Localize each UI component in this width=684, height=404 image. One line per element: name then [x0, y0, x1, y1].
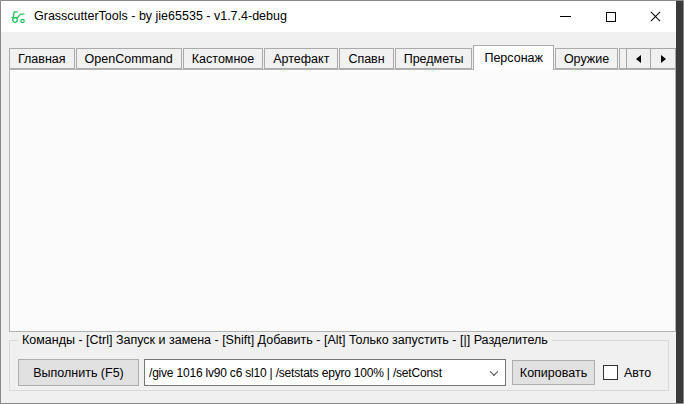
- group-commands-title: Команды - [Ctrl] Запуск и замена - [Shif…: [18, 332, 552, 348]
- run-command-button[interactable]: Выполнить (F5): [18, 359, 139, 386]
- tab-opencommand[interactable]: OpenCommand: [76, 48, 182, 69]
- tab-account[interactable]: Аккаунт: [619, 48, 626, 69]
- tab-main[interactable]: Главная: [9, 48, 75, 69]
- tab-weapon[interactable]: Оружие: [555, 48, 618, 69]
- tab-scroll-right-button[interactable]: [651, 48, 676, 69]
- tab-items[interactable]: Предметы: [395, 48, 473, 69]
- arrow-right-icon: [661, 55, 666, 63]
- auto-checkbox-label: Авто: [624, 366, 651, 381]
- minimize-icon: [560, 16, 571, 17]
- run-command-label: Выполнить (F5): [33, 366, 124, 380]
- auto-checkbox[interactable]: [603, 365, 618, 380]
- desktop-background-strip: [676, 1, 683, 404]
- tab-scroll-left-button[interactable]: [626, 48, 651, 69]
- command-combobox[interactable]: /give 1016 lv90 c6 sl10 | /setstats epyr…: [144, 359, 506, 386]
- grasscutter-app-icon: [10, 8, 27, 25]
- app-window: GrasscutterTools - by jie65535 - v1.7.4-…: [0, 0, 684, 404]
- window-title: GrasscutterTools - by jie65535 - v1.7.4-…: [34, 9, 287, 23]
- copy-command-button[interactable]: Копировать: [512, 360, 595, 385]
- close-button[interactable]: [633, 1, 678, 32]
- tab-strip: Главная OpenCommand Кастомное Артефакт С…: [9, 45, 626, 70]
- group-commands: Команды - [Ctrl] Запуск и замена - [Shif…: [9, 340, 669, 391]
- close-icon: [649, 10, 662, 23]
- tab-custom[interactable]: Кастомное: [183, 48, 263, 69]
- maximize-button[interactable]: [588, 1, 633, 32]
- tab-artifact[interactable]: Артефакт: [264, 48, 338, 69]
- command-combobox-value: /give 1016 lv90 c6 sl10 | /setstats epyr…: [149, 366, 505, 380]
- minimize-button[interactable]: [543, 1, 588, 32]
- tab-character[interactable]: Персонаж: [473, 45, 553, 70]
- tab-spawn[interactable]: Спавн: [339, 48, 393, 69]
- tab-scroll-arrows: [626, 48, 676, 69]
- tab-page-character: [9, 69, 676, 332]
- titlebar[interactable]: GrasscutterTools - by jie65535 - v1.7.4-…: [1, 1, 678, 32]
- maximize-icon: [606, 12, 616, 22]
- arrow-left-icon: [636, 55, 641, 63]
- copy-command-label: Копировать: [520, 366, 587, 380]
